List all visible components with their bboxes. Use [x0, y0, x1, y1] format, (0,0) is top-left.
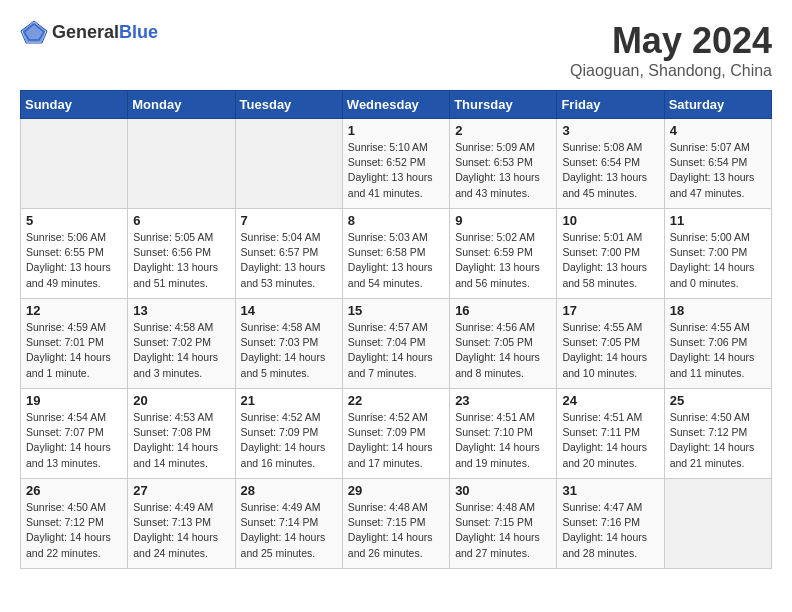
- calendar-cell: 12Sunrise: 4:59 AMSunset: 7:01 PMDayligh…: [21, 299, 128, 389]
- day-info: Sunrise: 4:56 AMSunset: 7:05 PMDaylight:…: [455, 320, 551, 381]
- calendar-cell: 29Sunrise: 4:48 AMSunset: 7:15 PMDayligh…: [342, 479, 449, 569]
- calendar-cell: 3Sunrise: 5:08 AMSunset: 6:54 PMDaylight…: [557, 119, 664, 209]
- day-info: Sunrise: 5:07 AMSunset: 6:54 PMDaylight:…: [670, 140, 766, 201]
- day-info: Sunrise: 5:09 AMSunset: 6:53 PMDaylight:…: [455, 140, 551, 201]
- calendar-week-row: 19Sunrise: 4:54 AMSunset: 7:07 PMDayligh…: [21, 389, 772, 479]
- day-number: 30: [455, 483, 551, 498]
- calendar-cell: 4Sunrise: 5:07 AMSunset: 6:54 PMDaylight…: [664, 119, 771, 209]
- calendar-week-row: 26Sunrise: 4:50 AMSunset: 7:12 PMDayligh…: [21, 479, 772, 569]
- column-header-wednesday: Wednesday: [342, 91, 449, 119]
- day-info: Sunrise: 5:10 AMSunset: 6:52 PMDaylight:…: [348, 140, 444, 201]
- day-info: Sunrise: 4:51 AMSunset: 7:10 PMDaylight:…: [455, 410, 551, 471]
- calendar-cell: 24Sunrise: 4:51 AMSunset: 7:11 PMDayligh…: [557, 389, 664, 479]
- day-info: Sunrise: 4:55 AMSunset: 7:06 PMDaylight:…: [670, 320, 766, 381]
- calendar-cell: 23Sunrise: 4:51 AMSunset: 7:10 PMDayligh…: [450, 389, 557, 479]
- day-number: 2: [455, 123, 551, 138]
- column-header-tuesday: Tuesday: [235, 91, 342, 119]
- day-number: 7: [241, 213, 337, 228]
- calendar-cell: 20Sunrise: 4:53 AMSunset: 7:08 PMDayligh…: [128, 389, 235, 479]
- logo-blue: Blue: [119, 22, 158, 42]
- calendar-title: May 2024: [570, 20, 772, 62]
- calendar-cell: 22Sunrise: 4:52 AMSunset: 7:09 PMDayligh…: [342, 389, 449, 479]
- day-info: Sunrise: 4:59 AMSunset: 7:01 PMDaylight:…: [26, 320, 122, 381]
- day-number: 13: [133, 303, 229, 318]
- calendar-subtitle: Qiaoguan, Shandong, China: [570, 62, 772, 80]
- day-number: 3: [562, 123, 658, 138]
- calendar-cell: 10Sunrise: 5:01 AMSunset: 7:00 PMDayligh…: [557, 209, 664, 299]
- day-number: 5: [26, 213, 122, 228]
- calendar-cell: 27Sunrise: 4:49 AMSunset: 7:13 PMDayligh…: [128, 479, 235, 569]
- day-info: Sunrise: 5:06 AMSunset: 6:55 PMDaylight:…: [26, 230, 122, 291]
- calendar-cell: 6Sunrise: 5:05 AMSunset: 6:56 PMDaylight…: [128, 209, 235, 299]
- column-header-sunday: Sunday: [21, 91, 128, 119]
- calendar-cell: 25Sunrise: 4:50 AMSunset: 7:12 PMDayligh…: [664, 389, 771, 479]
- day-info: Sunrise: 4:47 AMSunset: 7:16 PMDaylight:…: [562, 500, 658, 561]
- day-number: 11: [670, 213, 766, 228]
- day-number: 12: [26, 303, 122, 318]
- day-number: 19: [26, 393, 122, 408]
- calendar-cell: 13Sunrise: 4:58 AMSunset: 7:02 PMDayligh…: [128, 299, 235, 389]
- day-info: Sunrise: 4:49 AMSunset: 7:13 PMDaylight:…: [133, 500, 229, 561]
- logo-icon: [20, 20, 48, 44]
- day-number: 21: [241, 393, 337, 408]
- calendar-cell: [235, 119, 342, 209]
- day-info: Sunrise: 4:58 AMSunset: 7:02 PMDaylight:…: [133, 320, 229, 381]
- column-header-friday: Friday: [557, 91, 664, 119]
- day-number: 20: [133, 393, 229, 408]
- day-info: Sunrise: 4:54 AMSunset: 7:07 PMDaylight:…: [26, 410, 122, 471]
- day-number: 14: [241, 303, 337, 318]
- day-number: 25: [670, 393, 766, 408]
- calendar-cell: 28Sunrise: 4:49 AMSunset: 7:14 PMDayligh…: [235, 479, 342, 569]
- title-block: May 2024 Qiaoguan, Shandong, China: [570, 20, 772, 80]
- day-number: 26: [26, 483, 122, 498]
- calendar-cell: 8Sunrise: 5:03 AMSunset: 6:58 PMDaylight…: [342, 209, 449, 299]
- day-number: 18: [670, 303, 766, 318]
- day-info: Sunrise: 4:57 AMSunset: 7:04 PMDaylight:…: [348, 320, 444, 381]
- calendar-cell: 7Sunrise: 5:04 AMSunset: 6:57 PMDaylight…: [235, 209, 342, 299]
- page-header: GeneralBlue May 2024 Qiaoguan, Shandong,…: [20, 20, 772, 80]
- day-number: 29: [348, 483, 444, 498]
- calendar-cell: 16Sunrise: 4:56 AMSunset: 7:05 PMDayligh…: [450, 299, 557, 389]
- day-number: 1: [348, 123, 444, 138]
- calendar-cell: 5Sunrise: 5:06 AMSunset: 6:55 PMDaylight…: [21, 209, 128, 299]
- svg-marker-2: [22, 22, 46, 42]
- calendar-cell: 26Sunrise: 4:50 AMSunset: 7:12 PMDayligh…: [21, 479, 128, 569]
- day-number: 23: [455, 393, 551, 408]
- day-number: 10: [562, 213, 658, 228]
- calendar-cell: 21Sunrise: 4:52 AMSunset: 7:09 PMDayligh…: [235, 389, 342, 479]
- calendar-cell: 31Sunrise: 4:47 AMSunset: 7:16 PMDayligh…: [557, 479, 664, 569]
- column-header-monday: Monday: [128, 91, 235, 119]
- logo-text: GeneralBlue: [52, 22, 158, 43]
- day-info: Sunrise: 5:04 AMSunset: 6:57 PMDaylight:…: [241, 230, 337, 291]
- day-info: Sunrise: 4:50 AMSunset: 7:12 PMDaylight:…: [670, 410, 766, 471]
- column-header-saturday: Saturday: [664, 91, 771, 119]
- day-info: Sunrise: 5:08 AMSunset: 6:54 PMDaylight:…: [562, 140, 658, 201]
- day-info: Sunrise: 4:48 AMSunset: 7:15 PMDaylight:…: [455, 500, 551, 561]
- day-number: 15: [348, 303, 444, 318]
- day-number: 27: [133, 483, 229, 498]
- calendar-cell: 1Sunrise: 5:10 AMSunset: 6:52 PMDaylight…: [342, 119, 449, 209]
- day-number: 9: [455, 213, 551, 228]
- day-info: Sunrise: 4:48 AMSunset: 7:15 PMDaylight:…: [348, 500, 444, 561]
- day-info: Sunrise: 4:51 AMSunset: 7:11 PMDaylight:…: [562, 410, 658, 471]
- day-info: Sunrise: 5:01 AMSunset: 7:00 PMDaylight:…: [562, 230, 658, 291]
- day-number: 28: [241, 483, 337, 498]
- day-number: 24: [562, 393, 658, 408]
- calendar-week-row: 5Sunrise: 5:06 AMSunset: 6:55 PMDaylight…: [21, 209, 772, 299]
- day-info: Sunrise: 4:52 AMSunset: 7:09 PMDaylight:…: [348, 410, 444, 471]
- day-info: Sunrise: 4:55 AMSunset: 7:05 PMDaylight:…: [562, 320, 658, 381]
- day-number: 31: [562, 483, 658, 498]
- day-info: Sunrise: 4:50 AMSunset: 7:12 PMDaylight:…: [26, 500, 122, 561]
- calendar-header-row: SundayMondayTuesdayWednesdayThursdayFrid…: [21, 91, 772, 119]
- day-number: 8: [348, 213, 444, 228]
- calendar-cell: 18Sunrise: 4:55 AMSunset: 7:06 PMDayligh…: [664, 299, 771, 389]
- calendar-cell: 14Sunrise: 4:58 AMSunset: 7:03 PMDayligh…: [235, 299, 342, 389]
- calendar-cell: 15Sunrise: 4:57 AMSunset: 7:04 PMDayligh…: [342, 299, 449, 389]
- calendar-cell: 11Sunrise: 5:00 AMSunset: 7:00 PMDayligh…: [664, 209, 771, 299]
- calendar-cell: 9Sunrise: 5:02 AMSunset: 6:59 PMDaylight…: [450, 209, 557, 299]
- calendar-cell: [21, 119, 128, 209]
- day-info: Sunrise: 5:03 AMSunset: 6:58 PMDaylight:…: [348, 230, 444, 291]
- day-number: 16: [455, 303, 551, 318]
- day-info: Sunrise: 4:53 AMSunset: 7:08 PMDaylight:…: [133, 410, 229, 471]
- calendar-cell: 2Sunrise: 5:09 AMSunset: 6:53 PMDaylight…: [450, 119, 557, 209]
